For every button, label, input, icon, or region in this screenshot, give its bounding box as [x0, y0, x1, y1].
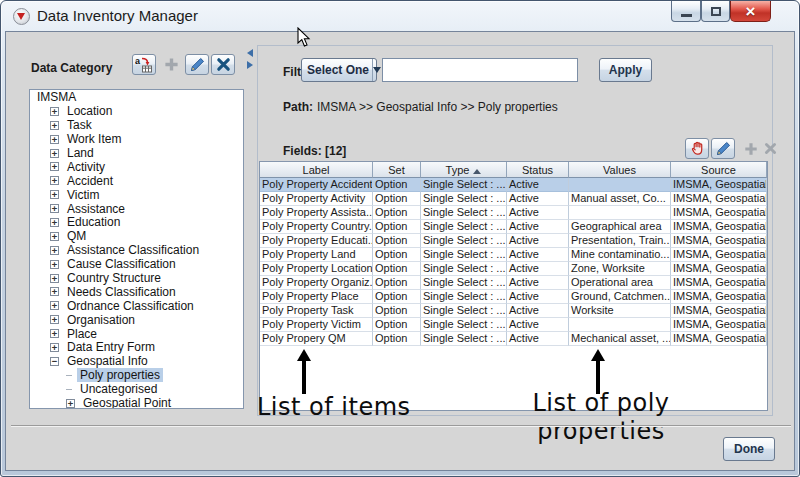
tree-item-country-structure[interactable]: +Country Structure — [30, 271, 243, 285]
column-header-set[interactable]: Set — [373, 162, 421, 178]
table-cell[interactable]: Mine contaminatio... — [569, 248, 671, 262]
tree-item-qm[interactable]: +QM — [30, 229, 243, 243]
tree-item-uncategorised[interactable]: Uncategorised — [30, 382, 243, 396]
table-cell[interactable]: Ground, Catchmen... — [569, 290, 671, 304]
table-cell[interactable]: Single Select : ... — [421, 332, 507, 346]
table-cell[interactable]: IMSMA, Geospatial... — [671, 332, 767, 346]
table-cell[interactable]: Single Select : ... — [421, 276, 507, 290]
table-cell[interactable]: Presentation, Train... — [569, 234, 671, 248]
tree-item-ordnance-classification[interactable]: +Ordnance Classification — [30, 298, 243, 312]
table-cell[interactable]: Poly Property Assista... — [260, 206, 373, 220]
tree-item-label[interactable]: Accident — [64, 174, 116, 188]
table-cell[interactable]: Option — [373, 178, 421, 192]
table-cell[interactable]: Option — [373, 290, 421, 304]
tree-item-label[interactable]: Geospatial Info — [64, 354, 151, 368]
table-cell[interactable]: Option — [373, 262, 421, 276]
table-row[interactable]: Poly Property Country...OptionSingle Sel… — [260, 220, 767, 234]
tree-item-poly-properties[interactable]: Poly properties — [30, 368, 243, 382]
tree-item-label[interactable]: Work Item — [64, 132, 124, 146]
tree-item-label[interactable]: Geospatial Point — [80, 396, 174, 409]
table-cell[interactable]: IMSMA, Geospatial... — [671, 206, 767, 220]
splitter-collapse-left-icon[interactable] — [247, 49, 253, 57]
table-cell[interactable]: Poly Property Educati... — [260, 234, 373, 248]
tree-item-organisation[interactable]: +Organisation — [30, 312, 243, 326]
table-cell[interactable]: Option — [373, 332, 421, 346]
table-cell[interactable]: Active — [507, 178, 569, 192]
table-cell[interactable]: Single Select : ... — [421, 290, 507, 304]
tree-item-geospatial-point[interactable]: +Geospatial Point — [30, 396, 243, 409]
tree-item-label[interactable]: Needs Classification — [64, 285, 179, 299]
tree-item-label[interactable]: Poly properties — [77, 368, 163, 382]
table-cell[interactable]: Active — [507, 290, 569, 304]
expand-icon[interactable]: + — [50, 107, 59, 116]
hand-tool-button[interactable] — [685, 138, 709, 159]
tree-item-label[interactable]: Victim — [64, 188, 102, 202]
table-row[interactable]: Poly Property ActivityOptionSingle Selec… — [260, 192, 767, 206]
table-cell[interactable]: Option — [373, 318, 421, 332]
splitter-collapse-right-icon[interactable] — [247, 61, 253, 69]
expand-icon[interactable]: + — [50, 190, 59, 199]
tree-item-work-item[interactable]: +Work Item — [30, 132, 243, 146]
table-cell[interactable]: Active — [507, 276, 569, 290]
table-cell[interactable] — [569, 206, 671, 220]
table-row[interactable]: Poly Property PlaceOptionSingle Select :… — [260, 290, 767, 304]
tree-item-label[interactable]: Country Structure — [64, 271, 164, 285]
tree-item-label[interactable]: Organisation — [64, 313, 138, 327]
table-cell[interactable]: Single Select : ... — [421, 192, 507, 206]
expand-icon[interactable]: + — [50, 246, 59, 255]
tree-item-label[interactable]: Land — [64, 146, 97, 160]
column-header-type[interactable]: Type — [421, 162, 507, 178]
table-cell[interactable]: Single Select : ... — [421, 220, 507, 234]
table-cell[interactable]: Active — [507, 192, 569, 206]
tree-item-label[interactable]: Activity — [64, 160, 108, 174]
table-cell[interactable]: Worksite — [569, 304, 671, 318]
table-cell[interactable]: Single Select : ... — [421, 262, 507, 276]
table-cell[interactable]: Active — [507, 234, 569, 248]
combobox-dropdown-button[interactable] — [372, 59, 381, 81]
tree-item-victim[interactable]: +Victim — [30, 187, 243, 201]
table-cell[interactable]: Active — [507, 206, 569, 220]
expand-icon[interactable]: + — [50, 329, 59, 338]
table-cell[interactable]: Poly Property Location — [260, 262, 373, 276]
table-cell[interactable]: Poly Property Accident — [260, 178, 373, 192]
tree-item-assistance[interactable]: +Assistance — [30, 201, 243, 215]
tree-item-label[interactable]: Place — [64, 327, 100, 341]
column-header-values[interactable]: Values — [569, 162, 671, 178]
table-cell[interactable]: Single Select : ... — [421, 206, 507, 220]
fields-table-scrollpane[interactable]: LabelSetTypeStatusValuesSource Poly Prop… — [259, 161, 768, 411]
table-row[interactable]: Poly Property Educati...OptionSingle Sel… — [260, 234, 767, 248]
tree-item-imsma[interactable]: IMSMA — [30, 90, 243, 104]
column-header-label[interactable]: Label — [260, 162, 373, 178]
table-cell[interactable]: Poly Property Activity — [260, 192, 373, 206]
tree-item-label[interactable]: QM — [64, 229, 89, 243]
expand-icon[interactable]: + — [50, 218, 59, 227]
table-cell[interactable]: Option — [373, 206, 421, 220]
expand-icon[interactable]: + — [50, 232, 59, 241]
expand-icon[interactable]: + — [50, 121, 59, 130]
tree-item-label[interactable]: Uncategorised — [77, 382, 160, 396]
edit-field-button[interactable] — [711, 138, 735, 159]
title-bar[interactable]: Data Inventory Manager × — [1, 1, 799, 31]
table-cell[interactable]: IMSMA, Geospatial... — [671, 178, 767, 192]
table-cell[interactable]: Active — [507, 248, 569, 262]
apply-button[interactable]: Apply — [599, 58, 652, 82]
table-cell[interactable]: Poly Property Victim — [260, 318, 373, 332]
table-cell[interactable]: Geographical area — [569, 220, 671, 234]
table-cell[interactable]: IMSMA, Geospatial... — [671, 304, 767, 318]
table-cell[interactable]: IMSMA, Geospatial... — [671, 234, 767, 248]
edit-category-button[interactable] — [185, 54, 209, 75]
column-header-status[interactable]: Status — [507, 162, 569, 178]
tree-item-label[interactable]: Education — [64, 215, 123, 229]
tree-item-label[interactable]: Cause Classification — [64, 257, 179, 271]
expand-icon[interactable]: + — [50, 162, 59, 171]
expand-icon[interactable]: + — [50, 260, 59, 269]
column-header-source[interactable]: Source — [671, 162, 767, 178]
close-button[interactable]: × — [730, 1, 771, 22]
table-row[interactable]: Poly Property Organiz...OptionSingle Sel… — [260, 276, 767, 290]
expand-icon[interactable]: + — [50, 204, 59, 213]
table-cell[interactable]: Manual asset, Co... — [569, 192, 671, 206]
done-button[interactable]: Done — [723, 437, 775, 461]
maximize-button[interactable] — [701, 1, 730, 22]
table-cell[interactable] — [569, 178, 671, 192]
table-cell[interactable]: Option — [373, 220, 421, 234]
